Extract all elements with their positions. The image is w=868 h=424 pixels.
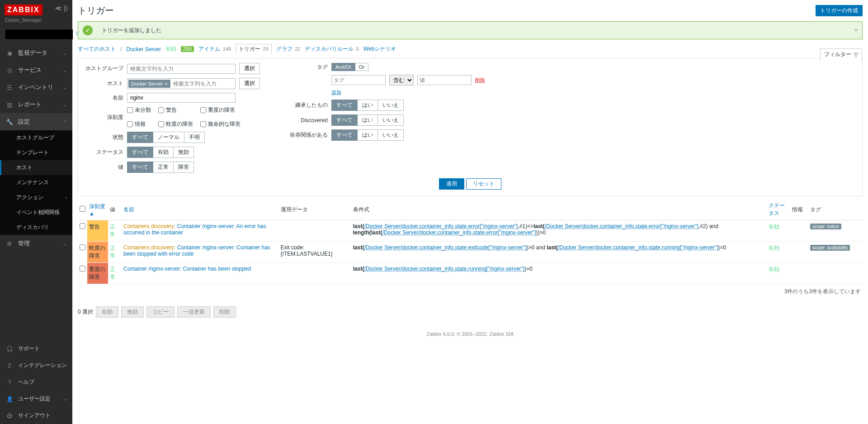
row-select[interactable] bbox=[80, 266, 85, 272]
main-content: トリガー トリガーの作成 ✓ トリガーを追加しました × すべてのホスト / D… bbox=[72, 0, 868, 424]
help-icon: ? bbox=[5, 379, 14, 386]
web-link[interactable]: Webシナリオ bbox=[363, 45, 396, 53]
depends-seg[interactable]: すべてはいいいえ bbox=[331, 129, 404, 141]
name-cell[interactable]: Containers discovery: Container /nginx-s… bbox=[122, 220, 279, 242]
selected-count: 0 選択 bbox=[78, 308, 93, 316]
hostgroup-select-button[interactable]: 選択 bbox=[239, 63, 260, 74]
nav-admin[interactable]: ⚙管理⌄ bbox=[0, 235, 72, 252]
chevron-down-icon: ⌄ bbox=[63, 241, 67, 246]
chart-icon: ▥ bbox=[5, 101, 14, 108]
wrench-icon: 🔧 bbox=[5, 119, 14, 125]
sev-high[interactable] bbox=[200, 107, 206, 113]
expr-cell: last(/Docker Server/docker.container_inf… bbox=[351, 242, 767, 263]
filter-icon: ▽ bbox=[854, 52, 858, 58]
subnav-maintenance[interactable]: メンテナンス bbox=[0, 175, 72, 190]
discovered-seg[interactable]: すべてはいいいえ bbox=[331, 114, 404, 126]
success-message: ✓ トリガーを追加しました × bbox=[78, 21, 863, 39]
tags-cell: scope: availability bbox=[808, 242, 863, 263]
table-row: 重度の障害正常Container /nginx-server: Containe… bbox=[78, 263, 863, 284]
nav-setting[interactable]: 🔧設定⌃ bbox=[0, 113, 72, 130]
tag-add[interactable]: 追加 bbox=[331, 89, 341, 96]
status-cell[interactable]: 有効 bbox=[767, 242, 790, 263]
severity-cell: 軽度の障害 bbox=[87, 242, 108, 263]
tag-op-select[interactable]: 含む bbox=[389, 75, 414, 86]
host-select-button[interactable]: 選択 bbox=[239, 78, 260, 89]
nav-service[interactable]: ◎サービス⌄ bbox=[0, 62, 72, 79]
chevron-right-icon: › bbox=[66, 195, 67, 200]
nav-monitoring[interactable]: ◉監視データ⌄ bbox=[0, 44, 72, 62]
name-cell[interactable]: Container /nginx-server: Container has b… bbox=[122, 263, 279, 284]
name-cell[interactable]: Containers discovery: Container /nginx-s… bbox=[122, 242, 279, 263]
all-hosts-link[interactable]: すべてのホスト bbox=[78, 45, 116, 53]
opdata-cell bbox=[279, 263, 351, 284]
sev-disaster[interactable] bbox=[200, 121, 206, 127]
sev-average[interactable] bbox=[158, 121, 164, 127]
bulk-delete[interactable]: 削除 bbox=[213, 306, 236, 318]
sev-unclassified[interactable] bbox=[127, 107, 133, 113]
subnav-hostgroups[interactable]: ホストグループ bbox=[0, 130, 72, 145]
status-seg[interactable]: すべて有効無効 bbox=[127, 147, 194, 158]
name-input[interactable] bbox=[127, 93, 236, 103]
bulk-disable[interactable]: 無効 bbox=[121, 306, 144, 318]
subnav-actions[interactable]: アクション› bbox=[0, 190, 72, 205]
triggers-tab[interactable]: トリガー 29 bbox=[236, 44, 272, 54]
sort-icon[interactable]: ▲ bbox=[89, 210, 94, 217]
subnav-templates[interactable]: テンプレート bbox=[0, 145, 72, 160]
row-select[interactable] bbox=[80, 244, 85, 250]
footer-support[interactable]: 🎧サポート bbox=[0, 340, 72, 357]
sev-info[interactable] bbox=[127, 121, 133, 127]
host-input[interactable] bbox=[171, 80, 234, 88]
row-select[interactable] bbox=[80, 223, 85, 229]
page-title: トリガー bbox=[78, 5, 114, 17]
value-seg[interactable]: すべて正常障害 bbox=[127, 162, 194, 173]
items-link[interactable]: アイテム bbox=[198, 46, 220, 52]
apply-button[interactable]: 適用 bbox=[439, 178, 464, 190]
search-input[interactable] bbox=[5, 29, 73, 39]
subnav-eventcorr[interactable]: イベント相関関係 bbox=[0, 205, 72, 220]
footer-signout[interactable]: ⏻サインアウト bbox=[0, 407, 72, 424]
select-all[interactable] bbox=[80, 206, 85, 212]
reset-button[interactable]: リセット bbox=[466, 178, 501, 190]
tag-value-input[interactable] bbox=[417, 75, 472, 85]
chevron-down-icon: ⌄ bbox=[63, 396, 67, 401]
host-link[interactable]: Docker Server bbox=[126, 46, 161, 52]
opdata-cell: Exit code: {ITEM.LASTVALUE1} bbox=[279, 242, 351, 263]
tagmode-seg[interactable]: And/OrOr bbox=[331, 63, 368, 71]
tag-name-input[interactable] bbox=[331, 75, 386, 85]
filter-toggle[interactable]: フィルター▽ bbox=[820, 48, 862, 60]
subnav-hosts[interactable]: ホスト bbox=[0, 160, 72, 175]
discovery-link[interactable]: ディスカバリルール bbox=[305, 46, 354, 52]
nav-report[interactable]: ▥レポート⌄ bbox=[0, 96, 72, 113]
footer-help[interactable]: ?ヘルプ bbox=[0, 374, 72, 391]
remove-icon[interactable]: × bbox=[165, 81, 167, 86]
eye-icon: ◉ bbox=[5, 50, 14, 57]
chevron-up-icon: ⌃ bbox=[63, 119, 67, 124]
subnav-discovery[interactable]: ディスカバリ bbox=[0, 220, 72, 235]
status-cell[interactable]: 有効 bbox=[767, 220, 790, 242]
table-row: 軽度の障害正常Containers discovery: Container /… bbox=[78, 242, 863, 263]
inherited-seg[interactable]: すべてはいいいえ bbox=[331, 100, 404, 111]
severity-cell: 警告 bbox=[87, 220, 108, 242]
state-seg[interactable]: すべてノーマル不明 bbox=[127, 132, 205, 143]
hostgroup-input[interactable] bbox=[127, 64, 236, 74]
sev-warning[interactable] bbox=[158, 107, 164, 113]
tags-cell: scope: notice bbox=[808, 220, 863, 242]
table-footer: 3件のうち3件を表示しています bbox=[78, 284, 863, 299]
host-multiselect[interactable]: Docker Server× bbox=[127, 78, 236, 89]
global-search[interactable]: 🔍 bbox=[5, 29, 68, 40]
footer-user[interactable]: 👤ユーザー設定⌄ bbox=[0, 391, 72, 407]
bulk-enable[interactable]: 有効 bbox=[96, 306, 118, 318]
host-nav-bar: すべてのホスト / Docker Server 有効 ZBX アイテム 149 … bbox=[78, 44, 863, 54]
status-cell[interactable]: 有効 bbox=[767, 263, 790, 284]
close-icon[interactable]: × bbox=[854, 27, 858, 33]
bulk-copy[interactable]: コピー bbox=[146, 306, 175, 318]
host-chip[interactable]: Docker Server× bbox=[128, 80, 170, 88]
footer-integration[interactable]: Zインテグレーション bbox=[0, 357, 72, 374]
graphs-link[interactable]: グラフ bbox=[276, 46, 292, 52]
create-trigger-button[interactable]: トリガーの作成 bbox=[816, 5, 863, 16]
nav-inventory[interactable]: ☰インベントリ⌄ bbox=[0, 79, 72, 96]
bulk-massupdate[interactable]: 一括更新 bbox=[177, 306, 211, 318]
filter-panel: フィルター▽ ホストグループ選択 ホスト Docker Server× 選択 名… bbox=[78, 58, 863, 196]
tag-delete[interactable]: 削除 bbox=[475, 77, 485, 84]
collapse-icon[interactable]: ≪ |⟩ bbox=[55, 5, 68, 12]
